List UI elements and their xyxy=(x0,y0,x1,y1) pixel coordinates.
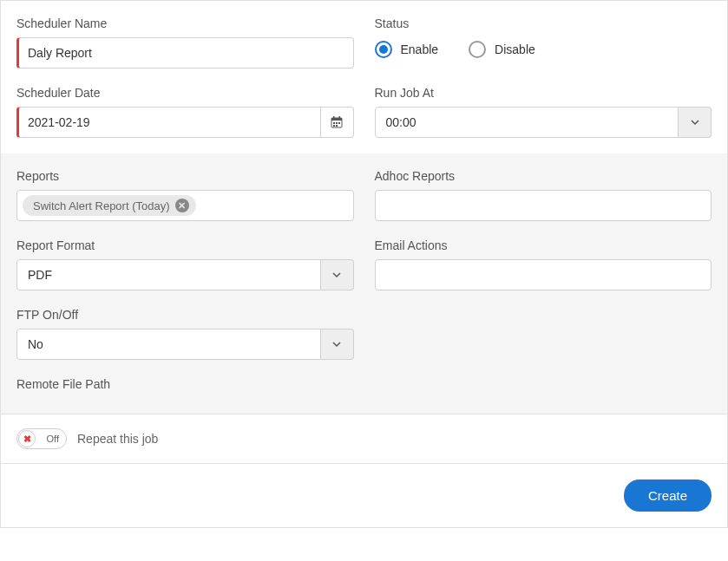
x-icon: ✖ xyxy=(23,434,31,444)
chevron-down-icon xyxy=(691,118,699,127)
run-job-at-dropdown-button[interactable] xyxy=(679,107,712,138)
scheduler-name-label: Scheduler Name xyxy=(16,16,354,30)
status-enable-label: Enable xyxy=(401,42,439,56)
status-disable-label: Disable xyxy=(495,42,535,56)
svg-rect-2 xyxy=(333,116,335,119)
svg-rect-7 xyxy=(333,125,335,127)
adhoc-reports-input[interactable] xyxy=(375,190,712,221)
chevron-down-icon xyxy=(332,340,341,349)
reports-input[interactable]: Switch Alert Report (Today) ✕ xyxy=(16,190,354,221)
remote-file-path-label: Remote File Path xyxy=(16,377,354,391)
run-job-at-select[interactable]: 00:00 xyxy=(375,107,679,138)
reports-label: Reports xyxy=(16,169,354,183)
toggle-off-label: Off xyxy=(47,434,59,444)
status-label: Status xyxy=(375,16,712,30)
email-actions-label: Email Actions xyxy=(375,238,712,252)
report-tag-label: Switch Alert Report (Today) xyxy=(33,199,170,212)
report-format-select[interactable]: PDF xyxy=(16,259,321,290)
svg-rect-8 xyxy=(336,125,338,127)
scheduler-date-label: Scheduler Date xyxy=(16,86,354,100)
ftp-onoff-label: FTP On/Off xyxy=(16,308,354,322)
calendar-button[interactable] xyxy=(321,107,354,138)
scheduler-date-input[interactable] xyxy=(16,107,321,138)
status-disable-radio[interactable]: Disable xyxy=(469,41,535,58)
report-format-label: Report Format xyxy=(16,238,354,252)
scheduler-name-input[interactable] xyxy=(16,37,354,68)
create-button[interactable]: Create xyxy=(624,479,712,512)
calendar-icon xyxy=(331,116,343,128)
report-tag: Switch Alert Report (Today) ✕ xyxy=(23,195,196,216)
svg-rect-3 xyxy=(339,116,341,119)
email-actions-input[interactable] xyxy=(375,259,712,290)
svg-rect-5 xyxy=(336,122,338,124)
radio-circle-icon xyxy=(469,41,486,58)
adhoc-reports-label: Adhoc Reports xyxy=(375,169,712,183)
repeat-job-toggle[interactable]: ✖ Off xyxy=(16,428,67,449)
toggle-knob: ✖ xyxy=(18,430,36,447)
radio-circle-icon xyxy=(375,41,392,58)
chevron-down-icon xyxy=(332,271,341,279)
radio-dot-icon xyxy=(379,45,388,54)
tag-remove-icon[interactable]: ✕ xyxy=(175,199,189,212)
svg-rect-1 xyxy=(331,118,342,121)
ftp-onoff-dropdown-button[interactable] xyxy=(321,329,354,360)
svg-rect-6 xyxy=(338,122,340,124)
svg-rect-4 xyxy=(333,122,335,124)
status-enable-radio[interactable]: Enable xyxy=(375,41,439,58)
repeat-job-label: Repeat this job xyxy=(77,432,158,446)
report-format-dropdown-button[interactable] xyxy=(321,259,354,290)
status-radio-group: Enable Disable xyxy=(375,37,712,58)
ftp-onoff-select[interactable]: No xyxy=(16,329,321,360)
run-job-at-label: Run Job At xyxy=(375,86,712,100)
